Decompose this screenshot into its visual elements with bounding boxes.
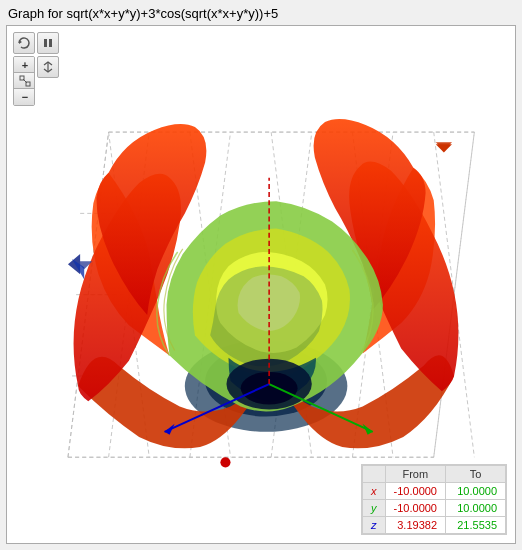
svg-point-33 xyxy=(241,372,298,405)
zoom-group: + − xyxy=(13,56,35,106)
title-prefix: Graph for xyxy=(8,6,67,21)
axis-label-y: y xyxy=(363,500,386,517)
table-row-y: y -10.0000 10.0000 xyxy=(363,500,506,517)
z-to: 21.5535 xyxy=(446,517,506,534)
svg-rect-2 xyxy=(49,39,52,47)
info-table: From To x -10.0000 10.0000 y -10.0000 10… xyxy=(361,464,507,535)
svg-rect-1 xyxy=(44,39,47,47)
rotate-button[interactable] xyxy=(37,56,59,78)
x-to: 10.0000 xyxy=(446,483,506,500)
svg-marker-0 xyxy=(19,40,22,44)
zoom-in-button[interactable]: + xyxy=(14,57,35,73)
toolbar-row-2: + − xyxy=(13,56,59,106)
toolbar: + − xyxy=(13,32,59,106)
y-from: -10.0000 xyxy=(385,500,445,517)
main-container: Graph for sqrt(x*x+y*y)+3*cos(sqrt(x*x+y… xyxy=(0,0,522,550)
x-from: -10.0000 xyxy=(385,483,445,500)
title-formula: sqrt(x*x+y*y)+3*cos(sqrt(x*x+y*y))+5 xyxy=(67,6,279,21)
table-row-z: z 3.19382 21.5535 xyxy=(363,517,506,534)
z-from: 3.19382 xyxy=(385,517,445,534)
axis-label-x: x xyxy=(363,483,386,500)
graph-title: Graph for sqrt(x*x+y*y)+3*cos(sqrt(x*x+y… xyxy=(6,6,516,21)
to-header: To xyxy=(446,466,506,483)
svg-line-5 xyxy=(23,79,27,83)
table-row-x: x -10.0000 10.0000 xyxy=(363,483,506,500)
svg-point-41 xyxy=(220,457,230,467)
reset-button[interactable] xyxy=(13,32,35,54)
zoom-out-button[interactable]: − xyxy=(14,89,35,105)
axis-header xyxy=(363,466,386,483)
pause-button[interactable] xyxy=(37,32,59,54)
zoom-fit-button[interactable] xyxy=(14,73,35,89)
graph-area[interactable]: + − xyxy=(6,25,516,544)
toolbar-row-1 xyxy=(13,32,59,54)
y-to: 10.0000 xyxy=(446,500,506,517)
axis-label-z: z xyxy=(363,517,386,534)
from-header: From xyxy=(385,466,445,483)
